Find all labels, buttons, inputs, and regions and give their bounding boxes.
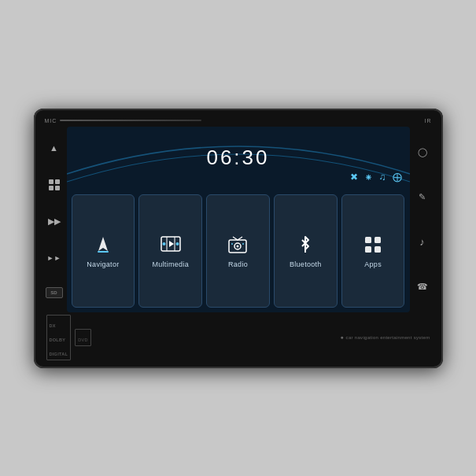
bluetooth-menu-item[interactable]: Bluetooth [274, 194, 338, 308]
bluetooth-status-icon: ✖ [350, 172, 358, 183]
top-bar-left: MIC [45, 118, 202, 124]
svg-rect-20 [375, 246, 381, 253]
svg-rect-2 [49, 186, 54, 190]
main-area: ▲ ▶▶ ►► SD [42, 127, 435, 312]
navigator-icon [92, 234, 114, 256]
svg-rect-18 [375, 237, 381, 243]
svg-rect-5 [98, 251, 109, 253]
radio-menu-item[interactable]: Radio [206, 194, 270, 308]
svg-rect-19 [365, 246, 371, 253]
bottom-bar: DXDOLBYDIGITAL DVD ● car navigation ente… [42, 312, 435, 360]
sd-label: SD [50, 290, 57, 295]
main-screen: 06:30 ✖ ⁕ ♫ ⨁ [67, 127, 410, 312]
music-button[interactable]: ♪ [415, 234, 430, 249]
apps-label: Apps [364, 260, 382, 268]
svg-point-9 [162, 242, 165, 245]
svg-rect-3 [55, 186, 60, 190]
svg-rect-1 [55, 179, 60, 184]
apps-icon [362, 234, 384, 256]
navigator-menu-item[interactable]: Navigator [72, 194, 135, 308]
usb-status-icon: ⨁ [393, 172, 402, 183]
right-buttons-panel: ◯ ✎ ♪ ☎ [410, 127, 435, 312]
grid-button[interactable] [46, 177, 62, 193]
location-icon: ● [340, 334, 343, 340]
menu-grid: Navigator Multimedia [67, 190, 410, 312]
sd-card-slot[interactable]: SD [46, 287, 63, 298]
volume-down-button[interactable]: ►► [46, 250, 62, 266]
svg-rect-17 [365, 237, 371, 243]
dvd-text: DVD [78, 338, 88, 342]
bottom-right: ● car navigation entertainment system [340, 334, 430, 340]
top-bar: MIC IR [42, 118, 435, 124]
left-buttons-panel: ▲ ▶▶ ►► SD [42, 127, 67, 312]
multimedia-icon [160, 234, 182, 256]
time-display: 06:30 [206, 146, 269, 170]
bluetooth-label: Bluetooth [290, 260, 322, 268]
mic-label: MIC [45, 118, 57, 124]
brand-text: DXDOLBYDIGITAL [50, 323, 68, 356]
radio-label: Radio [228, 260, 248, 268]
bluetooth-icon: ⁕ [364, 172, 373, 183]
mic-line-decoration [60, 120, 201, 121]
svg-rect-0 [49, 179, 54, 184]
apps-menu-item[interactable]: Apps [341, 194, 405, 308]
screen-top: 06:30 ✖ ⁕ ♫ ⨁ [67, 127, 410, 190]
music-status-icon: ♫ [379, 172, 386, 183]
power-button[interactable]: ◯ [415, 144, 430, 160]
bluetooth-menu-icon [294, 234, 316, 256]
volume-up-button[interactable]: ▶▶ [46, 213, 62, 229]
multimedia-menu-item[interactable]: Multimedia [138, 194, 202, 308]
nav-system-label: car navigation entertainment system [346, 335, 430, 340]
svg-marker-4 [98, 237, 108, 251]
settings-button[interactable]: ✎ [415, 189, 430, 205]
multimedia-label: Multimedia [152, 260, 189, 268]
eject-button[interactable]: ▲ [46, 140, 62, 156]
svg-point-13 [237, 245, 239, 247]
navigator-label: Navigator [87, 260, 119, 268]
phone-button[interactable]: ☎ [415, 279, 430, 294]
brand-badge: DXDOLBYDIGITAL DVD [46, 315, 91, 360]
ir-label: IR [425, 118, 432, 124]
radio-icon [227, 234, 249, 256]
bottom-left: DXDOLBYDIGITAL DVD [46, 315, 91, 360]
status-icons: ✖ ⁕ ♫ ⨁ [350, 172, 402, 183]
car-stereo-unit: MIC IR ▲ ▶▶ ►► SD [34, 109, 443, 368]
svg-point-10 [175, 242, 179, 245]
